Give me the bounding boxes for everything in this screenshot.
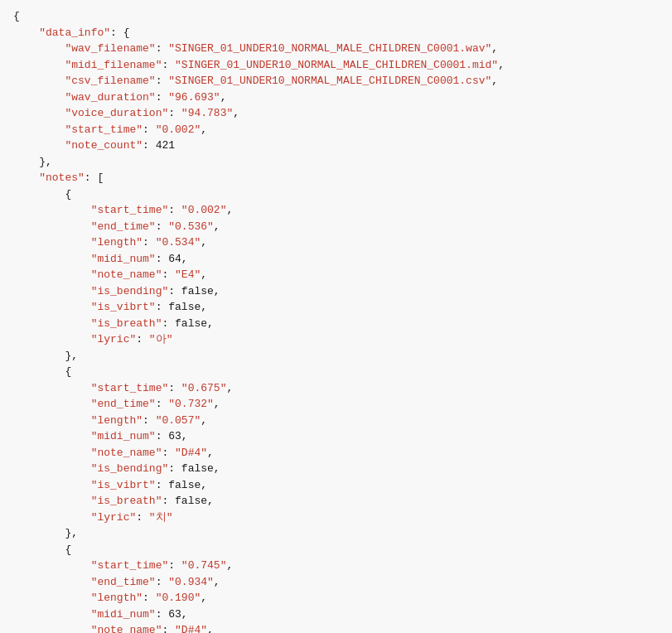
code-line: "midi_num": 64, — [13, 251, 659, 268]
code-line: "is_breath": false, — [13, 493, 659, 510]
code-line: { — [13, 8, 659, 25]
code-line: "end_time": "0.536", — [13, 219, 659, 235]
code-line: "is_bending": false, — [13, 461, 659, 477]
code-line: "is_vibrt": false, — [13, 477, 659, 494]
code-line: "length": "0.534", — [13, 234, 659, 251]
code-line: "note_name": "D#4", — [13, 622, 659, 633]
code-line: "lyric": "치" — [13, 510, 659, 526]
code-line: { — [13, 186, 659, 203]
code-line: "csv_filename": "SINGER_01_UNDER10_NORMA… — [13, 73, 659, 89]
code-line: "midi_filename": "SINGER_01_UNDER10_NORM… — [13, 57, 659, 74]
code-line: "is_vibrt": false, — [13, 299, 659, 316]
code-line: "start_time": "0.002", — [13, 122, 659, 138]
code-line: "wav_duration": "96.693", — [13, 89, 659, 106]
code-line: "start_time": "0.002", — [13, 202, 659, 219]
code-line: "is_bending": false, — [13, 283, 659, 300]
code-line: "start_time": "0.745", — [13, 558, 659, 574]
code-line: }, — [13, 154, 659, 171]
code-line: "midi_num": 63, — [13, 606, 659, 623]
code-line: "length": "0.190", — [13, 590, 659, 606]
code-container: { "data_info": { "wav_filename": "SINGER… — [0, 0, 672, 633]
code-line: "is_breath": false, — [13, 316, 659, 332]
code-line: "note_name": "E4", — [13, 267, 659, 283]
code-block: { "data_info": { "wav_filename": "SINGER… — [13, 8, 659, 633]
code-line: "note_count": 421 — [13, 138, 659, 154]
code-line: "start_time": "0.675", — [13, 380, 659, 397]
code-line: "end_time": "0.732", — [13, 396, 659, 413]
code-line: { — [13, 542, 659, 558]
code-line: "midi_num": 63, — [13, 428, 659, 445]
code-line: }, — [13, 348, 659, 365]
code-line: "voice_duration": "94.783", — [13, 105, 659, 122]
code-line: "lyric": "아" — [13, 331, 659, 348]
code-line: "data_info": { — [13, 25, 659, 41]
code-line: "note_name": "D#4", — [13, 445, 659, 461]
code-line: { — [13, 364, 659, 380]
code-line: "length": "0.057", — [13, 413, 659, 429]
code-line: "end_time": "0.934", — [13, 574, 659, 591]
code-line: }, — [13, 525, 659, 542]
code-line: "notes": [ — [13, 170, 659, 186]
code-line: "wav_filename": "SINGER_01_UNDER10_NORMA… — [13, 41, 659, 57]
